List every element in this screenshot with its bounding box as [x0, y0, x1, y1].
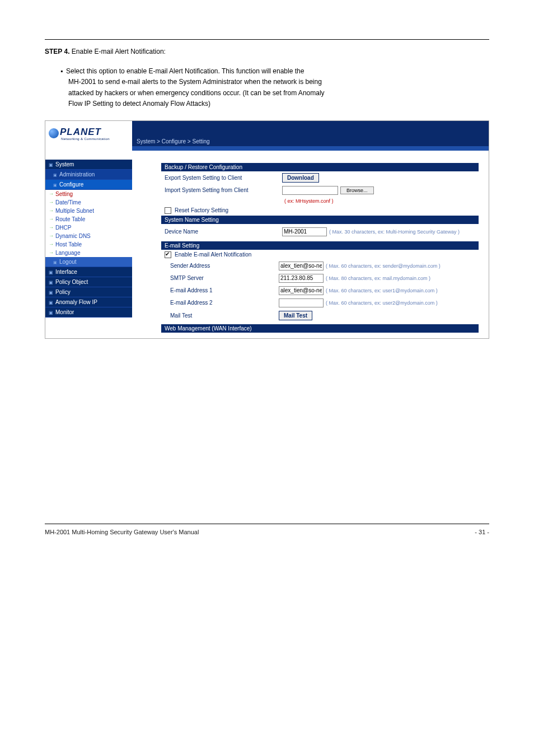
sidebar-item-monitor[interactable]: Monitor	[45, 307, 132, 318]
email-addr2-label: E-mail Address 2	[170, 300, 279, 306]
instruction-paragraph: ▪Select this option to enable E-mail Ale…	[45, 66, 489, 109]
sidebar-item-host-table[interactable]: Host Table	[45, 240, 132, 249]
sidebar-item-logout[interactable]: Logout	[45, 257, 132, 267]
sidebar-item-interface[interactable]: Interface	[45, 267, 132, 277]
reset-factory-label: Reset Factory Setting	[175, 207, 228, 213]
import-hint: ( ex: MHsystem.conf )	[284, 198, 334, 204]
email-addr1-hint: ( Max. 60 characters, ex: user1@mydomain…	[326, 288, 438, 293]
mail-test-label: Mail Test	[170, 312, 279, 319]
footer-left: MH-2001 Multi-Homing Security Gateway Us…	[45, 529, 199, 535]
section-backup-restore: Backup / Restore Configuration	[161, 163, 479, 171]
device-name-input[interactable]	[282, 227, 327, 236]
device-name-label: Device Name	[165, 228, 282, 235]
smtp-server-label: SMTP Server	[170, 275, 279, 281]
sidebar-item-setting[interactable]: Setting	[45, 190, 132, 198]
screenshot-figure: PLANET Networking & Communication System…	[45, 120, 489, 339]
footer-right: - 31 -	[475, 529, 489, 535]
sidebar-item-policy-object[interactable]: Policy Object	[45, 277, 132, 287]
import-label: Import System Setting from Client	[165, 187, 282, 193]
sidebar-item-route-table[interactable]: Route Table	[45, 215, 132, 223]
section-email-setting: E-mail Setting	[161, 241, 479, 250]
step-line: STEP 4. Enable E-mail Alert Notification…	[45, 46, 489, 57]
sidebar-item-dhcp[interactable]: DHCP	[45, 223, 132, 232]
email-addr1-label: E-mail Address 1	[170, 287, 279, 293]
email-addr2-hint: ( Max. 60 characters, ex: user2@mydomain…	[326, 300, 438, 306]
sender-address-input[interactable]	[279, 262, 324, 270]
sidebar-item-administration[interactable]: Administration	[45, 170, 132, 180]
sidebar-item-policy[interactable]: Policy	[45, 287, 132, 297]
reset-factory-checkbox[interactable]	[165, 207, 171, 214]
sidebar-item-anomaly-flow-ip[interactable]: Anomaly Flow IP	[45, 297, 132, 307]
logo-area: PLANET Networking & Communication	[45, 121, 132, 147]
enable-email-label: Enable E-mail Alert Notification	[175, 251, 251, 258]
email-addr2-input[interactable]	[279, 298, 324, 307]
export-label: Export System Setting to Client	[165, 175, 282, 181]
section-system-name: System Name Setting	[161, 216, 479, 224]
sidebar-item-language[interactable]: Language	[45, 249, 132, 257]
enable-email-checkbox[interactable]	[165, 251, 171, 258]
smtp-server-input[interactable]	[279, 274, 324, 283]
sidebar-item-configure[interactable]: Configure	[45, 180, 132, 190]
sender-address-label: Sender Address	[170, 263, 279, 269]
breadcrumb: System > Configure > Setting	[132, 138, 489, 146]
download-button[interactable]: Download	[282, 173, 319, 183]
sidebar-item-datetime[interactable]: Date/Time	[45, 198, 132, 207]
section-web-management: Web Management (WAN Interface)	[161, 324, 479, 333]
sidebar-item-dynamic-dns[interactable]: Dynamic DNS	[45, 232, 132, 240]
sidebar-item-system[interactable]: System	[45, 160, 132, 170]
smtp-server-hint: ( Max. 80 characters, ex: mail.mydomain.…	[326, 276, 430, 281]
sender-address-hint: ( Max. 60 characters, ex: sender@mydomai…	[326, 263, 441, 269]
browse-button[interactable]: Browse...	[340, 186, 374, 194]
email-addr1-input[interactable]	[279, 286, 324, 295]
device-name-hint: ( Max. 30 characters, ex: Multi-Homing S…	[329, 229, 460, 235]
import-path-input[interactable]	[282, 186, 338, 195]
mail-test-button[interactable]: Mail Test	[279, 311, 312, 320]
sidebar-item-multiple-subnet[interactable]: Multiple Subnet	[45, 207, 132, 215]
